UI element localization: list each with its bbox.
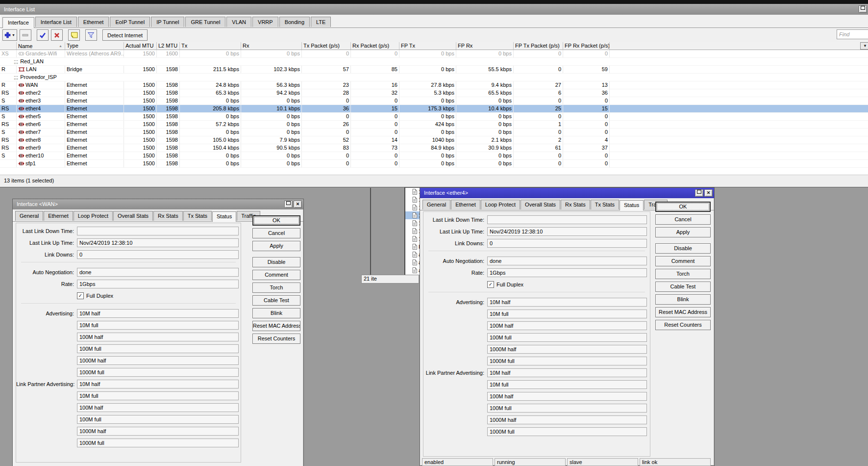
interface-row-ether3[interactable]: Sether3Ethernet150015980 bps0 bps000 bps…	[0, 97, 868, 105]
wan-link-partner-advertising-1-field[interactable]: 10M full	[77, 391, 239, 400]
ether4-link-partner-advertising-4-field[interactable]: 1000M half	[487, 415, 647, 424]
wan-tab-ethernet[interactable]: Ethernet	[44, 211, 73, 221]
maximize-icon[interactable]	[695, 189, 703, 197]
interface-row-ether5[interactable]: Sether5Ethernet150015980 bps0 bps000 bps…	[0, 113, 868, 121]
tab-interface[interactable]: Interface	[2, 17, 34, 28]
ether4-last-link-down-time-field[interactable]	[487, 215, 647, 224]
wan-blink-button[interactable]: Blink	[252, 308, 300, 318]
wan-titlebar[interactable]: Interface <WAN> ✕	[13, 199, 303, 209]
tab-eoip-tunnel[interactable]: EoIP Tunnel	[110, 17, 150, 27]
wan-rate-field[interactable]: 1Gbps	[77, 280, 239, 288]
wan-advertising-1-field[interactable]: 10M full	[77, 321, 239, 330]
column-header-fp-rx[interactable]: FP Rx	[456, 42, 514, 50]
maximize-icon[interactable]	[859, 5, 867, 13]
ether4-reset-mac-address-button[interactable]: Reset MAC Address	[655, 307, 711, 317]
column-header-tx-packet-p-s[interactable]: Tx Packet (p/s)	[302, 42, 351, 50]
interface-row-ether2[interactable]: RSether2Ethernet1500159865.3 kbps94.2 kb…	[0, 89, 868, 97]
wan-advertising-4-field[interactable]: 1000M half	[77, 356, 239, 365]
wan-cable-test-button[interactable]: Cable Test	[252, 295, 300, 306]
wan-tab-loop-protect[interactable]: Loop Protect	[74, 211, 113, 221]
ether4-advertising-5-field[interactable]: 1000M full	[487, 357, 647, 365]
wan-link-partner-advertising-0-field[interactable]: 10M half	[77, 380, 239, 388]
wan-link-partner-advertising-3-field[interactable]: 100M full	[77, 415, 239, 424]
ether4-link-partner-advertising-0-field[interactable]: 10M half	[487, 368, 647, 377]
ether4-last-link-up-time-field[interactable]: Nov/24/2019 12:38:10	[487, 227, 647, 236]
disable-button[interactable]	[51, 29, 63, 41]
close-icon[interactable]: ✕	[294, 201, 302, 208]
column-header-actual-mtu[interactable]: Actual MTU	[124, 42, 157, 50]
comment-button[interactable]	[68, 29, 80, 41]
column-header-rx-packet-p-s[interactable]: Rx Packet (p/s)	[351, 42, 399, 50]
column-header-l2-mtu[interactable]: L2 MTU	[157, 42, 180, 50]
interface-row-lan[interactable]: RLANBridge15001598211.5 kbps102.3 kbps57…	[0, 66, 868, 74]
tab-gre-tunnel[interactable]: GRE Tunnel	[185, 17, 225, 27]
ether4-cancel-button[interactable]: Cancel	[655, 214, 711, 225]
wan-link-partner-advertising-5-field[interactable]: 1000M full	[77, 439, 239, 447]
ether4-link-partner-advertising-1-field[interactable]: 10M full	[487, 380, 647, 389]
column-select-button[interactable]: ▼	[860, 42, 868, 50]
interface-row-ether8[interactable]: RSether8Ethernet15001598105.0 kbps7.9 kb…	[0, 136, 868, 144]
interface-row-ether9[interactable]: RSether9Ethernet15001598150.4 kbps90.5 k…	[0, 144, 868, 152]
ether4-reset-counters-button[interactable]: Reset Counters	[655, 320, 711, 330]
ether4-advertising-1-field[interactable]: 10M full	[487, 310, 647, 318]
ether4-tab-general[interactable]: General	[422, 200, 450, 209]
ether4-tab-tx-stats[interactable]: Tx Stats	[591, 200, 619, 209]
column-header-fp-tx[interactable]: FP Tx	[399, 42, 456, 50]
ether4-rate-field[interactable]: 1Gbps	[487, 268, 647, 277]
wan-link-downs-field[interactable]: 0	[77, 250, 239, 259]
tab-bonding[interactable]: Bonding	[279, 17, 310, 27]
ether4-full-duplex-checkbox[interactable]: ✓Full Duplex	[487, 281, 523, 288]
ether4-ok-button[interactable]: OK	[655, 202, 711, 212]
wan-last-link-up-time-field[interactable]: Nov/24/2019 12:38:10	[77, 238, 239, 247]
find-input[interactable]	[837, 29, 868, 39]
wan-advertising-2-field[interactable]: 100M half	[77, 333, 239, 341]
comment-row[interactable]: ;;;Proveedor_ISP	[0, 74, 868, 81]
ether4-tab-rx-stats[interactable]: Rx Stats	[561, 200, 590, 209]
ether4-torch-button[interactable]: Torch	[655, 269, 711, 279]
maximize-icon[interactable]	[284, 201, 293, 208]
wan-ok-button[interactable]: OK	[252, 215, 300, 226]
interface-row-ether7[interactable]: Sether7Ethernet150015980 bps0 bps000 bps…	[0, 129, 868, 136]
interface-row-wan[interactable]: RWANEthernet1500159824.8 kbps56.3 kbps23…	[0, 81, 868, 89]
ether4-advertising-2-field[interactable]: 100M half	[487, 321, 647, 330]
ether4-titlebar[interactable]: Interface <ether4> ✕	[420, 188, 714, 198]
wan-disable-button[interactable]: Disable	[252, 257, 300, 267]
column-header-rx[interactable]: Rx	[241, 42, 302, 50]
ether4-tab-ethernet[interactable]: Ethernet	[451, 200, 480, 209]
wan-advertising-0-field[interactable]: 10M half	[77, 309, 239, 318]
wan-reset-counters-button[interactable]: Reset Counters	[252, 334, 300, 344]
ether4-comment-button[interactable]: Comment	[655, 256, 711, 266]
column-header-tx[interactable]: Tx	[180, 42, 241, 50]
column-header-flags[interactable]	[0, 42, 17, 50]
column-header-type[interactable]: Type	[65, 42, 124, 50]
tab-interface-list[interactable]: Interface List	[35, 17, 77, 27]
wan-tab-tx-stats[interactable]: Tx Stats	[183, 211, 212, 221]
interface-row-ether6[interactable]: RSether6Ethernet1500159857.2 kbps0 bps26…	[0, 121, 868, 129]
ether4-apply-button[interactable]: Apply	[655, 227, 711, 237]
ether4-tab-status[interactable]: Status	[620, 200, 644, 210]
wan-tab-status[interactable]: Status	[212, 211, 236, 222]
ether4-advertising-3-field[interactable]: 100M full	[487, 333, 647, 342]
enable-button[interactable]	[37, 29, 49, 41]
wan-advertising-3-field[interactable]: 100M full	[77, 344, 239, 353]
wan-apply-button[interactable]: Apply	[252, 241, 300, 251]
tab-vlan[interactable]: VLAN	[226, 17, 251, 27]
wan-comment-button[interactable]: Comment	[252, 270, 300, 280]
wan-torch-button[interactable]: Torch	[252, 283, 300, 293]
tab-lte[interactable]: LTE	[311, 17, 331, 27]
wan-link-partner-advertising-4-field[interactable]: 1000M half	[77, 427, 239, 436]
wan-advertising-5-field[interactable]: 1000M full	[77, 368, 239, 377]
ether4-link-partner-advertising-3-field[interactable]: 100M full	[487, 404, 647, 413]
column-header-fp-tx-packet-p-s[interactable]: FP Tx Packet (p/s)	[514, 42, 563, 50]
remove-interface-button[interactable]	[20, 29, 31, 41]
wan-last-link-down-time-field[interactable]	[77, 227, 239, 235]
ether4-disable-button[interactable]: Disable	[655, 243, 711, 254]
detect-internet-button[interactable]: Detect Internet	[102, 29, 148, 41]
ether4-auto-negotiation-field[interactable]: done	[487, 257, 647, 265]
wan-auto-negotiation-field[interactable]: done	[77, 268, 239, 277]
add-interface-button[interactable]: ▼	[2, 29, 17, 41]
ether4-advertising-0-field[interactable]: 10M half	[487, 298, 647, 307]
wan-full-duplex-checkbox[interactable]: ✓Full Duplex	[77, 292, 113, 299]
ether4-link-partner-advertising-2-field[interactable]: 100M half	[487, 392, 647, 401]
tab-vrrp[interactable]: VRRP	[252, 17, 278, 27]
